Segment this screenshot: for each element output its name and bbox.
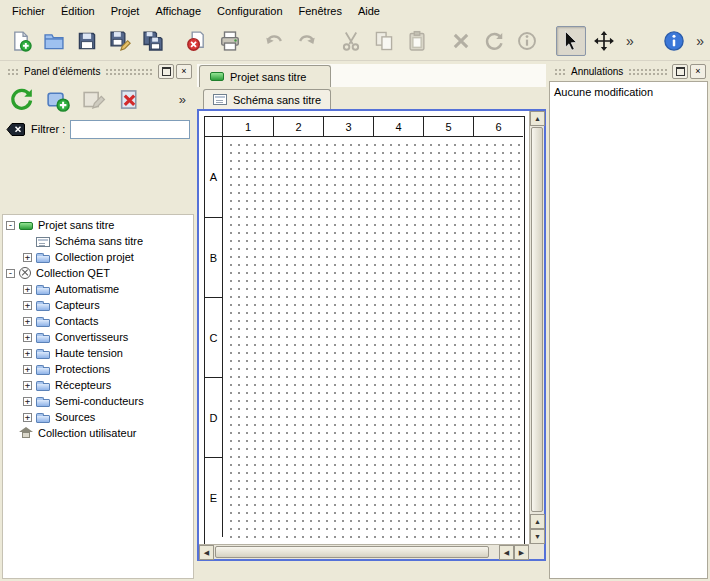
tree-item-contacts[interactable]: +Contacts	[3, 313, 193, 329]
horizontal-scroll-thumb[interactable]	[215, 546, 489, 558]
delete-element-button[interactable]	[113, 83, 145, 115]
select-mode-button[interactable]	[556, 26, 586, 56]
undo-button[interactable]	[259, 26, 289, 56]
expand-icon[interactable]: +	[23, 253, 32, 262]
ruler-row-b: B	[205, 217, 223, 297]
expand-icon[interactable]: +	[23, 333, 32, 342]
redo-button[interactable]	[292, 26, 322, 56]
expand-icon[interactable]: +	[23, 317, 32, 326]
folder-icon	[36, 303, 50, 311]
conductor-info-button[interactable]	[512, 26, 542, 56]
toolbar-overflow-chevron[interactable]: »	[622, 33, 638, 49]
menu-item-fichier[interactable]: Fichier	[4, 2, 53, 20]
tree-indent	[3, 401, 23, 402]
tree-item-capteurs[interactable]: +Capteurs	[3, 297, 193, 313]
tab-projet-sans-titre[interactable]: Projet sans titre	[199, 65, 331, 87]
tree-item-collection-utilisateur[interactable]: Collection utilisateur	[3, 425, 193, 441]
menu-item-edition[interactable]: Édition	[53, 2, 103, 20]
dock-grip[interactable]	[7, 68, 19, 76]
schema-icon	[36, 237, 50, 247]
tree-item-collection-qet[interactable]: -Collection QET	[3, 265, 193, 281]
about-button[interactable]	[659, 26, 689, 56]
tree-item-label: Récepteurs	[55, 379, 115, 391]
new-document-button[interactable]	[6, 26, 36, 56]
help-toolbar-overflow-chevron[interactable]: »	[692, 33, 708, 49]
tree-item-automatisme[interactable]: +Automatisme	[3, 281, 193, 297]
menu-item-projet[interactable]: Projet	[103, 2, 148, 20]
tree-item-semi-conducteurs[interactable]: +Semi-conducteurs	[3, 393, 193, 409]
cut-button[interactable]	[336, 26, 366, 56]
expand-icon[interactable]: +	[23, 397, 32, 406]
expand-icon[interactable]: +	[23, 285, 32, 294]
tree-item-label: Sources	[55, 411, 99, 423]
reload-collections-button[interactable]	[5, 83, 37, 115]
save-as-button[interactable]	[105, 26, 135, 56]
tree-item-haute-tension[interactable]: +Haute tension	[3, 345, 193, 361]
tree-item-projet-sans-titre[interactable]: -Projet sans titre	[3, 217, 193, 233]
menu-item-affichage[interactable]: Affichage	[147, 2, 209, 20]
tree-item-schema-sans-titre[interactable]: Schéma sans titre	[3, 233, 193, 249]
expand-icon[interactable]: +	[23, 365, 32, 374]
filter-input[interactable]	[70, 120, 190, 139]
print-button[interactable]	[215, 26, 245, 56]
clear-filter-button[interactable]	[6, 121, 26, 137]
project-icon	[210, 72, 224, 81]
tree-item-protections[interactable]: +Protections	[3, 361, 193, 377]
dock-grip[interactable]	[554, 68, 566, 76]
elements-panel: Panel d'éléments × » Filtrer :	[2, 64, 194, 579]
tree-indent	[3, 257, 23, 258]
save-button[interactable]	[72, 26, 102, 56]
scroll-right-button[interactable]: ▶	[514, 545, 529, 560]
vertical-scroll-thumb[interactable]	[531, 127, 543, 512]
menu-item-configuration[interactable]: Configuration	[209, 2, 290, 20]
expand-icon[interactable]: +	[23, 381, 32, 390]
toolbar-separator	[248, 26, 259, 56]
open-project-button[interactable]	[39, 26, 69, 56]
close-file-icon	[186, 30, 208, 52]
scroll-left-button[interactable]: ◀	[199, 545, 214, 560]
rotate-button[interactable]	[479, 26, 509, 56]
new-element-button[interactable]	[41, 83, 73, 115]
home-icon	[19, 427, 33, 439]
save-icon	[76, 30, 98, 52]
copy-button[interactable]	[369, 26, 399, 56]
tab-schema-sans-titre[interactable]: Schéma sans titre	[203, 89, 331, 109]
menu-item-aide[interactable]: Aide	[350, 2, 388, 20]
elements-toolbar-overflow-chevron[interactable]: »	[179, 92, 194, 107]
expand-icon[interactable]: +	[23, 349, 32, 358]
delete-button[interactable]	[446, 26, 476, 56]
diagram-canvas[interactable]: 123456 ABCDE	[199, 111, 529, 544]
float-panel-button[interactable]	[158, 64, 174, 79]
move-mode-button[interactable]	[589, 26, 619, 56]
collapse-icon[interactable]: -	[6, 221, 15, 230]
tree-item-convertisseurs[interactable]: +Convertisseurs	[3, 329, 193, 345]
menu-item-fenetres[interactable]: Fenêtres	[291, 2, 350, 20]
dock-grip[interactable]	[628, 68, 667, 76]
tree-item-collection-projet[interactable]: +Collection projet	[3, 249, 193, 265]
undo-history-list[interactable]: Aucune modification	[549, 81, 708, 579]
scroll-up-button-bottom[interactable]: ▲	[530, 514, 545, 529]
expand-icon[interactable]: +	[23, 413, 32, 422]
expand-icon[interactable]: +	[23, 301, 32, 310]
collapse-icon[interactable]: -	[6, 269, 15, 278]
scroll-left-button-right[interactable]: ◀	[499, 545, 514, 560]
edit-element-button[interactable]	[77, 83, 109, 115]
tree-item-sources[interactable]: +Sources	[3, 409, 193, 425]
save-all-button[interactable]	[138, 26, 168, 56]
close-panel-button[interactable]: ×	[176, 64, 192, 79]
paste-button[interactable]	[402, 26, 432, 56]
dock-grip[interactable]	[105, 68, 153, 76]
save-all-icon	[142, 30, 164, 52]
float-undo-panel-button[interactable]	[672, 64, 688, 79]
tree-item-recepteurs[interactable]: +Récepteurs	[3, 377, 193, 393]
edit-element-icon	[81, 87, 106, 112]
undo-icon	[263, 30, 285, 52]
schema-view: 123456 ABCDE ▲ ▲ ▼ ◀ ◀ ▶	[197, 109, 546, 561]
vertical-scrollbar[interactable]: ▲ ▲ ▼	[529, 111, 544, 544]
close-file-button[interactable]	[182, 26, 212, 56]
horizontal-scrollbar[interactable]: ◀ ◀ ▶	[199, 544, 529, 559]
toolbar-separator	[325, 26, 336, 56]
scroll-up-button[interactable]: ▲	[530, 111, 545, 126]
scroll-down-button[interactable]: ▼	[530, 529, 545, 544]
close-undo-panel-button[interactable]: ×	[690, 64, 706, 79]
